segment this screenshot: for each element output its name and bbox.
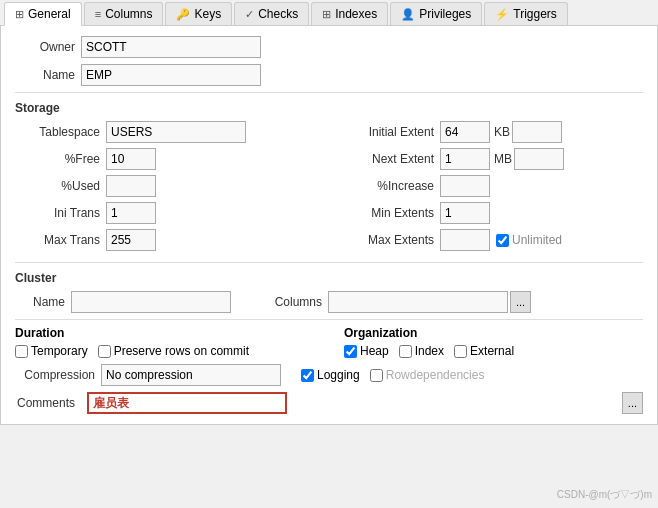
general-icon: ⊞: [15, 8, 24, 21]
compression-label: Compression: [15, 368, 95, 382]
external-checkbox[interactable]: [454, 345, 467, 358]
cluster-name-group: Name: [25, 291, 231, 313]
tablespace-input[interactable]: [106, 121, 246, 143]
preserve-rows-checkbox[interactable]: [98, 345, 111, 358]
cluster-columns-input[interactable]: [328, 291, 508, 313]
compression-row: Compression Logging Rowdependencies: [15, 364, 643, 386]
temporary-checkbox-item: Temporary: [15, 344, 88, 358]
checks-icon: ✓: [245, 8, 254, 21]
storage-section-header: Storage: [15, 101, 643, 115]
external-checkbox-item: External: [454, 344, 514, 358]
ini-trans-input[interactable]: [106, 202, 156, 224]
next-extent-label: Next Extent: [344, 152, 434, 166]
initial-extent-unit-input[interactable]: [512, 121, 562, 143]
unlimited-label: Unlimited: [512, 233, 562, 247]
compression-group: Compression: [15, 364, 281, 386]
min-extents-input[interactable]: [440, 202, 490, 224]
tab-triggers-label: Triggers: [513, 7, 557, 21]
rowdependencies-checkbox[interactable]: [370, 369, 383, 382]
temporary-checkbox[interactable]: [15, 345, 28, 358]
tab-triggers[interactable]: ⚡ Triggers: [484, 2, 568, 25]
comments-input[interactable]: [87, 392, 287, 414]
rowdependencies-label: Rowdependencies: [386, 368, 485, 382]
percent-used-row: %Used: [25, 175, 324, 197]
external-label: External: [470, 344, 514, 358]
tab-columns[interactable]: ≡ Columns: [84, 2, 164, 25]
heap-label: Heap: [360, 344, 389, 358]
tab-checks-label: Checks: [258, 7, 298, 21]
percent-used-input[interactable]: [106, 175, 156, 197]
tab-keys-label: Keys: [194, 7, 221, 21]
organization-subsection: Organization Heap Index External: [344, 326, 643, 358]
unlimited-checkbox[interactable]: [496, 234, 509, 247]
heap-checkbox[interactable]: [344, 345, 357, 358]
percent-increase-row: %Increase: [344, 175, 643, 197]
percent-free-row: %Free: [25, 148, 324, 170]
comments-row: Comments ...: [15, 392, 643, 414]
max-extents-label: Max Extents: [344, 233, 434, 247]
max-extents-input[interactable]: [440, 229, 490, 251]
cluster-row: Name Columns ...: [25, 291, 643, 313]
tablespace-label: Tablespace: [25, 125, 100, 139]
initial-extent-input[interactable]: [440, 121, 490, 143]
compression-input[interactable]: [101, 364, 281, 386]
percent-increase-input[interactable]: [440, 175, 490, 197]
tab-checks[interactable]: ✓ Checks: [234, 2, 309, 25]
cluster-columns-group: Columns ...: [267, 291, 531, 313]
duration-checkboxes: Temporary Preserve rows on commit: [15, 344, 314, 358]
logging-checkbox-item: Logging: [301, 368, 360, 382]
owner-input[interactable]: [81, 36, 261, 58]
max-trans-input[interactable]: [106, 229, 156, 251]
keys-icon: 🔑: [176, 8, 190, 21]
tab-indexes[interactable]: ⊞ Indexes: [311, 2, 388, 25]
index-label: Index: [415, 344, 444, 358]
storage-right: Initial Extent KB Next Extent MB %Increa…: [344, 121, 643, 256]
index-checkbox[interactable]: [399, 345, 412, 358]
tab-privileges-label: Privileges: [419, 7, 471, 21]
name-input[interactable]: [81, 64, 261, 86]
duration-header: Duration: [15, 326, 314, 340]
percent-increase-label: %Increase: [344, 179, 434, 193]
indexes-icon: ⊞: [322, 8, 331, 21]
tab-general[interactable]: ⊞ General: [4, 2, 82, 26]
privileges-icon: 👤: [401, 8, 415, 21]
initial-extent-label: Initial Extent: [344, 125, 434, 139]
tab-columns-label: Columns: [105, 7, 152, 21]
initial-extent-row: Initial Extent KB: [344, 121, 643, 143]
cluster-name-label: Name: [25, 295, 65, 309]
tab-privileges[interactable]: 👤 Privileges: [390, 2, 482, 25]
storage-left: Tablespace %Free %Used Ini Trans: [25, 121, 324, 256]
next-extent-unit-input[interactable]: [514, 148, 564, 170]
comments-browse-button[interactable]: ...: [622, 392, 643, 414]
tab-keys[interactable]: 🔑 Keys: [165, 2, 232, 25]
cluster-columns-label: Columns: [267, 295, 322, 309]
logging-checkbox[interactable]: [301, 369, 314, 382]
duration-subsection: Duration Temporary Preserve rows on comm…: [15, 326, 314, 358]
tablespace-row: Tablespace: [25, 121, 324, 143]
tab-general-label: General: [28, 7, 71, 21]
organization-checkboxes: Heap Index External: [344, 344, 643, 358]
heap-checkbox-item: Heap: [344, 344, 389, 358]
name-label: Name: [15, 68, 75, 82]
watermark: CSDN-@m(づ▽づ)m: [557, 488, 652, 502]
cluster-columns-browse-button[interactable]: ...: [510, 291, 531, 313]
tab-bar: ⊞ General ≡ Columns 🔑 Keys ✓ Checks ⊞ In…: [0, 0, 658, 26]
storage-grid: Tablespace %Free %Used Ini Trans: [25, 121, 643, 256]
owner-label: Owner: [15, 40, 75, 54]
triggers-icon: ⚡: [495, 8, 509, 21]
min-extents-label: Min Extents: [344, 206, 434, 220]
preserve-rows-checkbox-item: Preserve rows on commit: [98, 344, 249, 358]
percent-free-input[interactable]: [106, 148, 156, 170]
logging-label: Logging: [317, 368, 360, 382]
initial-extent-unit: KB: [494, 125, 510, 139]
duration-organization-section: Duration Temporary Preserve rows on comm…: [15, 326, 643, 358]
cluster-name-input[interactable]: [71, 291, 231, 313]
next-extent-unit: MB: [494, 152, 512, 166]
max-trans-label: Max Trans: [25, 233, 100, 247]
percent-used-label: %Used: [25, 179, 100, 193]
next-extent-input[interactable]: [440, 148, 490, 170]
main-content: Owner Name Storage Tablespace %Free: [0, 26, 658, 425]
max-extents-row: Max Extents Unlimited: [344, 229, 643, 251]
temporary-label: Temporary: [31, 344, 88, 358]
organization-header: Organization: [344, 326, 643, 340]
